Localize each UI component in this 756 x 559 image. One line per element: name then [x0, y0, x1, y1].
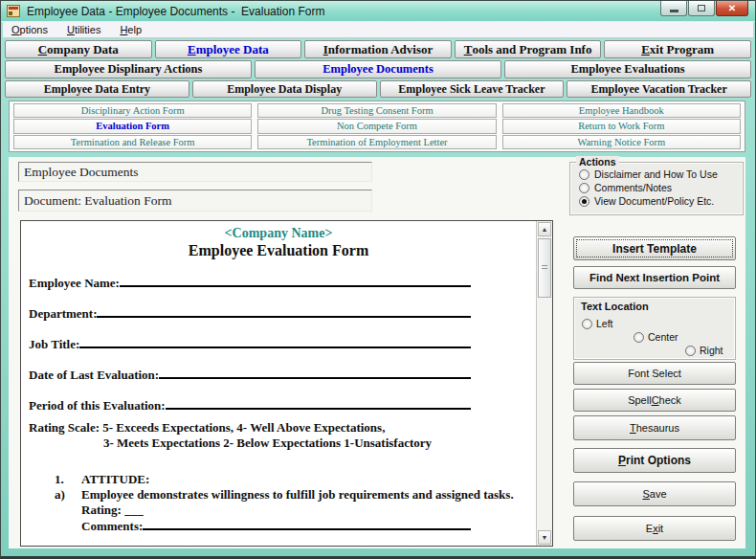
document-field-employee-name: Employee Name: — [29, 275, 471, 290]
app-window: Employee Data - Employee Documents - Eva… — [0, 0, 756, 559]
tab-tools-and-program-info[interactable]: Tools and Program Info — [455, 40, 602, 58]
radio-right-label: Right — [700, 345, 723, 356]
document-form-buttons-panel: Disciplinary Action Form Drug Testing Co… — [9, 101, 745, 152]
tab-employee-evaluations[interactable]: Employee Evaluations — [504, 60, 751, 78]
rating-scale-line2: 3- Meets Expectations 2- Below Expectati… — [103, 436, 528, 451]
rating-scale-line1: Rating Scale: 5- Exceeds Expectations, 4… — [29, 420, 528, 436]
doc-button-non-compete-form[interactable]: Non Compete Form — [257, 119, 496, 133]
field-label: Period of this Evaluation: — [29, 398, 166, 414]
tab-employee-data[interactable]: Employee Data — [155, 40, 302, 58]
document-company-name: <Company Name> — [29, 225, 528, 241]
section-number: 1. — [55, 472, 81, 487]
close-button[interactable]: ✕ — [716, 1, 748, 16]
menu-utilities[interactable]: Utilities — [67, 24, 100, 35]
item-a-comments-row: Comments: — [81, 518, 471, 533]
document-field-date-of-last-evaluation: Date of Last Evaluation: — [29, 367, 471, 382]
nav-row-employee-sections: Employee Displinary Actions Employee Doc… — [5, 60, 751, 78]
field-label: Department: — [29, 306, 97, 322]
tab-employee-documents[interactable]: Employee Documents — [255, 60, 501, 78]
doc-button-employee-handbook[interactable]: Employee Handbook — [502, 103, 741, 118]
nav-row-data-trackers: Employee Data Entry Employee Data Displa… — [5, 80, 751, 98]
radio-left-icon[interactable] — [582, 319, 592, 329]
text-location-groupbox: Text Location Left Center Right — [573, 297, 736, 360]
fill-line — [166, 397, 471, 410]
fill-line — [79, 336, 471, 348]
item-a-row: a) Employee demonstrates willingness to … — [55, 487, 528, 503]
radio-comments-notes-icon[interactable] — [579, 183, 589, 193]
doc-button-termination-and-release-form[interactable]: Termination and Release Form — [13, 135, 252, 149]
doc-button-return-to-work-form[interactable]: Return to Work Form — [502, 119, 741, 133]
section-label-field: Employee Documents — [18, 162, 372, 182]
find-next-insertion-point-button[interactable]: Find Next Insertion Point — [573, 266, 736, 289]
text-location-title: Text Location — [581, 301, 649, 312]
document-field-job-title: Job Title: — [29, 336, 471, 351]
tab-employee-data-entry[interactable]: Employee Data Entry — [5, 80, 189, 98]
app-icon — [7, 5, 20, 17]
minimize-button[interactable] — [660, 1, 687, 16]
document-title: Employee Evaluation Form — [29, 241, 528, 259]
doc-button-drug-testing-consent-form[interactable]: Drug Testing Consent Form — [257, 103, 496, 118]
tab-information-advisor[interactable]: Information Advisor — [304, 40, 452, 58]
tab-employee-data-display[interactable]: Employee Data Display — [192, 80, 377, 98]
scroll-down-icon: ▼ — [542, 534, 548, 541]
menu-help[interactable]: Help — [120, 24, 142, 35]
vertical-scrollbar[interactable]: ▲ ▼ — [536, 221, 552, 546]
radio-left-label: Left — [596, 318, 613, 329]
text-location-center-option[interactable]: Center — [634, 331, 678, 343]
document-content: <Company Name> Employee Evaluation Form … — [21, 221, 536, 546]
scrollbar-up-button[interactable]: ▲ — [538, 222, 551, 236]
document-field-period-of-this-evaluation: Period of this Evaluation: — [29, 397, 471, 413]
fill-line — [97, 305, 471, 318]
document-editor[interactable]: <Company Name> Employee Evaluation Form … — [20, 220, 553, 547]
radio-right-icon[interactable] — [685, 346, 696, 356]
action-option-view-document[interactable]: View Document/Policy Etc. — [579, 195, 743, 207]
field-label: Employee Name: — [29, 276, 120, 291]
item-mark: a) — [55, 487, 81, 503]
action-option-comments-notes[interactable]: Comments/Notes — [579, 182, 743, 193]
text-location-left-option[interactable]: Left — [582, 318, 613, 329]
window-controls: ✕ — [660, 1, 748, 16]
radio-view-document-label: View Document/Policy Etc. — [594, 195, 714, 207]
tab-exit-program[interactable]: Exit Program — [604, 40, 751, 58]
fill-line — [143, 518, 471, 530]
menubar: Options Utilities Help — [3, 22, 753, 38]
document-label-field: Document: Evaluation Form — [18, 190, 372, 212]
doc-button-warning-notice-form[interactable]: Warning Notice Form — [502, 135, 741, 149]
radio-center-icon[interactable] — [634, 332, 644, 343]
spell-check-button[interactable]: Spell Check — [573, 389, 736, 412]
exit-button[interactable]: Exit — [573, 516, 736, 541]
tab-company-data[interactable]: Company Data — [5, 40, 152, 58]
scrollbar-thumb[interactable] — [538, 238, 551, 298]
save-button[interactable]: Save — [573, 481, 736, 506]
scrollbar-down-button[interactable]: ▼ — [538, 530, 551, 545]
minimize-icon — [670, 10, 678, 12]
text-location-right-option[interactable]: Right — [685, 345, 723, 356]
doc-button-disciplinary-action-form[interactable]: Disciplinary Action Form — [13, 103, 252, 118]
radio-view-document-icon[interactable] — [579, 196, 589, 207]
maximize-button[interactable] — [688, 1, 715, 16]
maximize-icon — [698, 5, 705, 11]
window-title: Employee Data - Employee Documents - Eva… — [27, 5, 324, 18]
fill-line — [120, 275, 471, 287]
doc-button-termination-of-employment-letter[interactable]: Termination of Employment Letter — [257, 135, 496, 149]
tab-employee-displinary-actions[interactable]: Employee Displinary Actions — [5, 60, 252, 78]
tab-employee-sick-leave-tracker[interactable]: Employee Sick Leave Tracker — [380, 80, 565, 98]
tab-employee-vacation-tracker[interactable]: Employee Vacation Tracker — [567, 80, 751, 98]
menu-options[interactable]: Options — [11, 24, 48, 35]
radio-disclaimer-icon[interactable] — [579, 169, 589, 180]
titlebar: Employee Data - Employee Documents - Eva… — [1, 1, 755, 22]
item-text: Employee demonstrates willingness to ful… — [81, 487, 514, 503]
font-select-button[interactable]: Font Select — [573, 362, 736, 385]
scroll-up-icon: ▲ — [542, 226, 548, 233]
doc-button-evaluation-form[interactable]: Evaluation Form — [13, 119, 252, 133]
print-options-button[interactable]: Print Options — [573, 448, 736, 473]
field-label: Job Title: — [29, 337, 79, 352]
nav-row-main: Company Data Employee Data Information A… — [5, 40, 751, 58]
fill-line — [159, 367, 471, 379]
radio-comments-notes-label: Comments/Notes — [594, 182, 672, 193]
main-panel: Employee Documents Document: Evaluation … — [9, 157, 745, 548]
action-option-disclaimer[interactable]: Disclaimer and How To Use — [579, 168, 743, 180]
insert-template-button[interactable]: Insert Template — [573, 236, 736, 260]
thesaurus-button[interactable]: Thesaurus — [573, 415, 736, 440]
item-a-rating: Rating: ___ — [81, 503, 528, 518]
